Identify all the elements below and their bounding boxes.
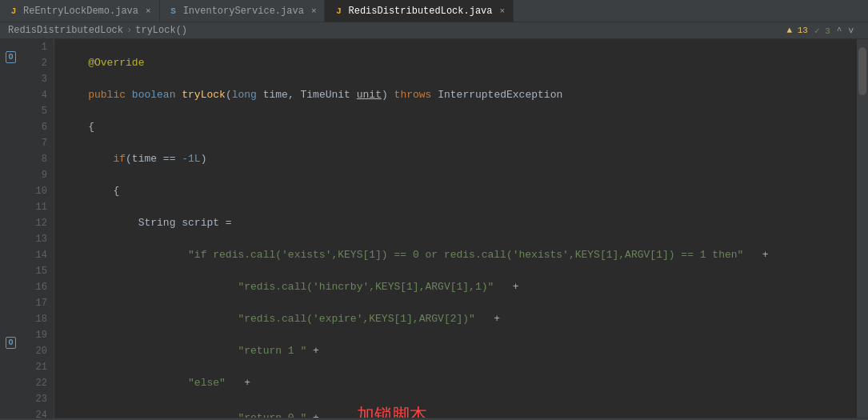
annotation-label: 加锁脚本 [357,405,427,418]
breadcrumb: RedisDistributedLock › tryLock() ▲ 13 ✓ … [0,22,868,39]
check-indicator: ✓ 3 [814,26,830,36]
warning-indicator: ▲ 13 [787,26,808,35]
tab-bar: J ReEntryLockDemo.java × S InventoryServ… [0,0,868,22]
tab-label-reentry: ReEntryLockDemo.java [23,6,138,17]
code-area: 12345 678910 1112131415 1617181920 21222… [22,39,857,418]
breadcrumb-class[interactable]: RedisDistributedLock [8,25,123,36]
breadcrumb-sep: › [126,25,132,36]
gutter-override-2: O [6,336,15,348]
close-icon-reentry[interactable]: × [146,6,151,16]
override-icon-1: O [6,51,15,63]
left-gutter: O O [0,39,22,418]
nav-up[interactable]: ^ [837,26,842,35]
nav-down[interactable]: v [848,26,854,35]
tab-label-inventory: InventoryService.java [183,6,304,17]
override-icon-2: O [6,337,15,349]
close-icon-inventory[interactable]: × [311,6,317,16]
scroll-track[interactable] [857,39,868,418]
breadcrumb-method[interactable]: tryLock() [135,25,187,36]
tab-icon-inventory: S [168,6,179,17]
gutter-override-1: O [6,50,15,62]
line-numbers: 12345 678910 1112131415 1617181920 21222… [22,39,54,418]
code-content: @Override public boolean tryLock(long ti… [55,39,857,418]
scroll-thumb[interactable] [858,47,866,95]
main-layout: O O 12345 678910 1112131415 1617181920 2… [0,39,868,418]
tab-inventory[interactable]: S InventoryService.java × [160,0,326,22]
tab-icon-redis: J [333,6,344,17]
tab-redis[interactable]: J RedisDistributedLock.java × [325,0,514,22]
right-panel[interactable] [857,39,868,418]
tab-icon-reentry: J [8,6,19,17]
tab-label-redis: RedisDistributedLock.java [348,6,492,17]
tab-reentry[interactable]: J ReEntryLockDemo.java × [0,0,160,22]
close-icon-redis[interactable]: × [500,6,506,16]
